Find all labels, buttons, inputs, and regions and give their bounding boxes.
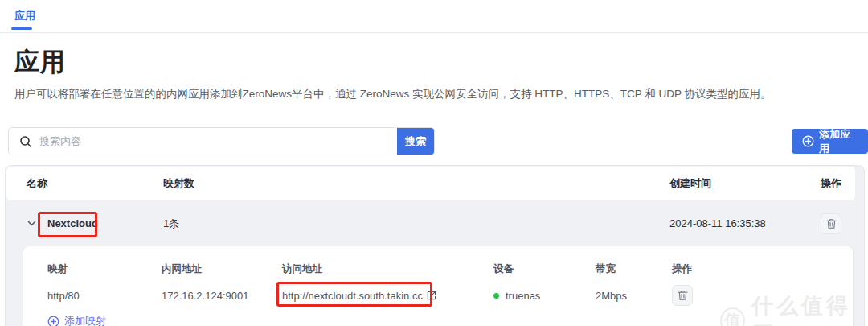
access-url-link[interactable]: http://nextcloudt.south.takin.cc	[282, 290, 423, 302]
mapping-col-device: 设备	[493, 262, 596, 276]
add-mapping-button[interactable]: 添加映射	[47, 314, 106, 326]
add-app-button[interactable]: 添加应用	[792, 129, 868, 154]
column-header-actions: 操作	[821, 176, 855, 191]
bandwidth: 2Mbps	[596, 290, 672, 302]
mapping-count: 1条	[163, 217, 669, 231]
search-box: 搜索内容 搜索	[8, 127, 435, 155]
table-row: Nextcloud 1条 2024-08-11 16:35:38	[6, 200, 855, 246]
created-at: 2024-08-11 16:35:38	[669, 217, 821, 229]
device-name: truenas	[506, 290, 540, 302]
smzdm-logo-icon: 值	[720, 307, 745, 326]
chevron-down-icon[interactable]	[27, 218, 37, 229]
internal-address: 172.16.2.124:9001	[162, 290, 282, 302]
external-link-icon[interactable]	[427, 291, 436, 300]
plus-circle-icon	[47, 316, 59, 326]
search-button[interactable]: 搜索	[397, 128, 434, 155]
add-mapping-label: 添加映射	[64, 314, 106, 326]
trash-icon	[826, 218, 837, 229]
search-input[interactable]: 搜索内容	[9, 128, 397, 155]
smzdm-watermark: 值 什么值得买	[720, 291, 868, 326]
column-header-created-at: 创建时间	[669, 176, 821, 191]
table-header-row: 名称 映射数 创建时间 操作	[6, 167, 855, 200]
device-online-dot	[493, 293, 499, 299]
page-description: 用户可以将部署在任意位置的的内网应用添加到ZeroNews平台中，通过 Zero…	[14, 87, 772, 101]
mapping-col-mapping: 映射	[47, 262, 162, 276]
app-name[interactable]: Nextcloud	[47, 217, 98, 229]
mapping-col-bandwidth: 带宽	[596, 262, 672, 276]
mapping-col-internal-address: 内网地址	[162, 262, 282, 276]
column-header-mapping-count: 映射数	[163, 176, 669, 191]
mapping-col-access-url: 访问地址	[282, 262, 493, 276]
mapping-header-row: 映射 内网地址 访问地址 设备 带宽 操作	[47, 261, 853, 277]
tab-applications[interactable]: 应用	[14, 9, 35, 23]
mapping-col-actions: 操作	[672, 262, 853, 276]
delete-app-button[interactable]	[821, 213, 841, 234]
watermark-text: 什么值得买	[751, 291, 868, 326]
mapping-protocol-port: http/80	[47, 290, 162, 302]
search-placeholder: 搜索内容	[39, 134, 81, 149]
page-title: 应用	[14, 45, 66, 79]
column-header-name: 名称	[27, 176, 163, 191]
search-icon	[19, 135, 32, 148]
tab-bar: 应用	[0, 0, 868, 33]
add-app-label: 添加应用	[819, 127, 858, 156]
active-tab-indicator	[11, 27, 32, 30]
trash-icon	[678, 290, 688, 301]
delete-mapping-button[interactable]	[672, 285, 693, 306]
plus-circle-icon	[802, 135, 814, 147]
